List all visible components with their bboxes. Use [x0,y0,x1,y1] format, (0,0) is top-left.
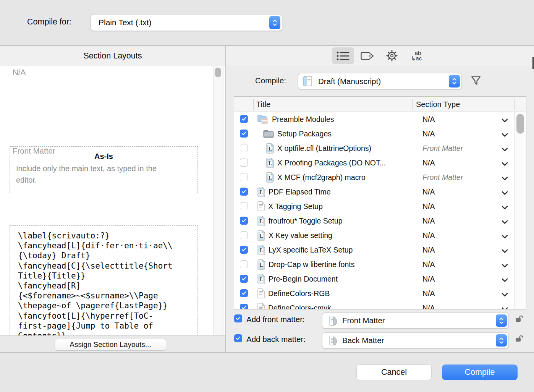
table-row[interactable]: LPre-Begin DocumentN/A [234,272,526,286]
latex-doc-icon: L [257,230,265,241]
svg-text:L: L [268,146,272,151]
table-row[interactable]: LX optfile.cfl (LattrineOptions)Front Ma… [234,141,526,156]
cancel-button[interactable]: Cancel [356,364,432,380]
compile-button[interactable]: Compile [442,364,518,380]
row-checkbox[interactable] [240,159,248,167]
row-section-type: N/A [422,286,435,301]
dialog-footer: Cancel Compile [0,352,534,392]
svg-text:L: L [259,276,263,282]
front-matter-unlock-icon[interactable] [515,314,524,324]
row-checkbox[interactable] [240,260,248,268]
table-row[interactable]: Preamble ModulesN/A [234,112,526,126]
svg-text:L: L [259,233,263,238]
table-row[interactable]: DefineColors-RGBN/A [234,286,526,301]
chevron-down-icon[interactable] [502,277,508,284]
table-row[interactable]: LX Proofing Packages (DO NOT...N/A [234,156,526,170]
assign-section-layouts-button[interactable]: Assign Section Layouts... [55,339,166,351]
tag-icon[interactable] [356,46,379,66]
compile-group-select[interactable]: Draft (Manuscript) [298,73,462,89]
add-front-matter-checkbox[interactable] [234,314,242,322]
table-row[interactable]: LDrop-Cap w libertine fontsN/A [234,257,526,272]
row-section-type: N/A [422,272,435,286]
chevron-down-icon[interactable] [502,132,508,139]
front-matter-value: Front Matter [342,313,385,328]
table-row[interactable]: LPDF Elapsed TimeN/A [234,185,526,199]
latex-doc-icon: L [257,187,265,197]
back-matter-value: Back Matter [342,333,384,348]
row-checkbox[interactable] [240,188,248,196]
compile-for-label: Compile for: [27,17,71,27]
row-checkbox[interactable] [240,304,248,309]
chevron-down-icon[interactable] [502,190,508,197]
table-row[interactable]: LLyX specific LaTeX SetupN/A [234,243,526,257]
group-label-na: N/A [13,68,26,77]
table-row[interactable]: LX MCF (mcf2graph) macroFront Matter [234,170,526,185]
latex-doc-icon: L [257,245,265,255]
chevron-down-icon[interactable] [502,219,508,226]
chevron-down-icon[interactable] [502,204,508,211]
chevron-down-icon[interactable] [502,117,508,124]
table-scrollbar-track[interactable] [514,112,526,309]
column-header-section-type: Section Type [416,97,460,112]
table-row[interactable]: LX Key value settingN/A [234,228,526,243]
back-matter-unlock-icon[interactable] [515,334,524,344]
row-title: DefineColors-cmyk [268,304,331,309]
row-checkbox[interactable] [240,289,248,297]
add-back-matter-checkbox[interactable] [234,334,242,342]
chevron-down-icon[interactable] [502,292,508,298]
back-matter-select[interactable]: Back Matter [322,332,509,348]
contents-list-icon[interactable] [332,46,354,66]
chevron-down-icon[interactable] [502,306,508,309]
compile-contents-table: Title Section Type Preamble ModulesN/ASe… [234,96,526,309]
row-section-type: N/A [422,185,435,199]
front-matter-book-icon [328,316,338,327]
replacements-icon-text-bottom: ↳ac [411,56,422,61]
row-checkbox[interactable] [240,173,248,181]
table-row[interactable]: Lfroufrou* Toggle SetupN/A [234,214,526,228]
svg-text:L: L [259,218,263,224]
chevron-down-icon[interactable] [502,262,508,269]
row-checkbox[interactable] [240,246,248,254]
right-panel: Compile: Draft (Manuscript) [226,66,534,352]
row-section-type: N/A [422,214,435,228]
compile-for-select[interactable]: Plain Text (.txt) [91,14,282,31]
row-section-type: N/A [422,228,435,243]
chevron-down-icon[interactable] [502,175,508,182]
table-scrollbar-thumb[interactable] [516,114,524,134]
row-title: X MCF (mcf2graph) macro [277,173,366,182]
row-checkbox[interactable] [240,115,248,123]
row-checkbox[interactable] [240,217,248,225]
chevron-down-icon[interactable] [502,161,508,168]
left-scrollbar-track[interactable] [213,66,223,335]
column-header-title: Title [256,97,270,112]
row-checkbox[interactable] [240,231,248,239]
section-layouts-panel: N/A As-Is Include only the main text, as… [0,66,225,335]
row-checkbox[interactable] [240,130,248,138]
replacements-icon[interactable]: ab ↳ac [405,46,427,66]
add-back-matter-label: Add back matter: [246,335,306,344]
filter-icon[interactable] [470,75,482,88]
row-section-type: N/A [422,257,435,272]
chevron-down-icon[interactable] [502,248,508,255]
group-label-front-matter: Front Matter [13,146,55,156]
latex-doc-icon: L [257,259,265,270]
table-header: Title Section Type [234,97,526,112]
stepper-icon [269,16,280,29]
row-checkbox[interactable] [240,144,248,152]
table-row[interactable]: DefineColors-cmykN/A [234,301,526,309]
chevron-down-icon[interactable] [502,233,508,240]
row-title: PDF Elapsed Time [269,188,331,196]
chevron-down-icon[interactable] [502,146,508,153]
left-scrollbar-thumb[interactable] [215,68,221,77]
left-panel-footer: Assign Section Layouts... [0,335,225,352]
row-title: Preamble Modules [272,115,334,124]
row-section-type: Front Matter [422,141,463,156]
table-row[interactable]: Setup PackagesN/A [234,126,526,141]
add-front-matter-label: Add front matter: [246,315,305,324]
row-checkbox[interactable] [240,202,248,210]
front-matter-select[interactable]: Front Matter [322,313,509,329]
table-row[interactable]: X Tagging SetupN/A [234,199,526,214]
gear-icon[interactable] [381,46,403,66]
compile-group-label: Compile: [255,76,286,85]
row-checkbox[interactable] [240,275,248,283]
